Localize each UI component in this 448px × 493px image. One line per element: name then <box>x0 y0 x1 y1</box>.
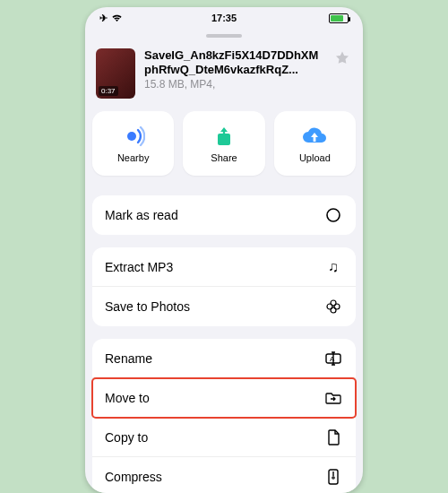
folder-arrow-icon <box>323 391 343 404</box>
action-group-2: Extract MP3 ♫ Save to Photos <box>92 247 356 326</box>
action-group-3: Rename A Move to Copy to Compress <box>92 339 356 493</box>
action-tiles: Nearby Share Upload <box>92 111 356 188</box>
rename-icon: A <box>323 351 343 366</box>
photos-icon <box>323 298 343 315</box>
rename-row[interactable]: Rename A <box>92 339 356 378</box>
save-to-photos-row[interactable]: Save to Photos <box>92 287 356 326</box>
nearby-label: Nearby <box>117 152 149 163</box>
file-name: SaveIG_An8kzFi5X14D7DDhXMphRfwQ_DteM6vka… <box>144 48 323 76</box>
battery-icon <box>329 13 349 23</box>
mark-as-read-label: Mark as read <box>105 208 178 222</box>
svg-point-0 <box>127 132 136 141</box>
svg-point-10 <box>332 476 334 478</box>
circle-outline-icon <box>323 207 343 223</box>
share-tile[interactable]: Share <box>183 111 264 176</box>
extract-mp3-label: Extract MP3 <box>105 260 173 274</box>
copy-to-row[interactable]: Copy to <box>92 418 356 457</box>
mark-as-read-row[interactable]: Mark as read <box>92 195 356 235</box>
wifi-icon <box>111 13 123 22</box>
upload-tile[interactable]: Upload <box>274 111 356 176</box>
extract-mp3-row[interactable]: Extract MP3 ♫ <box>92 247 356 287</box>
status-time: 17:35 <box>85 13 363 23</box>
sheet-handle[interactable] <box>206 34 242 38</box>
move-to-label: Move to <box>105 391 150 405</box>
nearby-tile[interactable]: Nearby <box>92 111 174 176</box>
rename-label: Rename <box>105 351 152 366</box>
phone-frame: ✈︎ 17:35 0:37 SaveIG_An8kzFi5X14D7DDhXMp… <box>85 7 363 493</box>
compress-label: Compress <box>105 470 162 484</box>
document-icon <box>323 429 343 445</box>
file-meta: 15.8 MB, MP4, <box>144 78 323 91</box>
nearby-icon <box>122 124 145 149</box>
svg-point-6 <box>334 304 340 309</box>
move-to-row[interactable]: Move to <box>92 378 356 418</box>
upload-label: Upload <box>299 152 331 163</box>
airplane-icon: ✈︎ <box>99 13 108 24</box>
share-icon <box>214 124 234 149</box>
zip-icon <box>323 469 343 485</box>
status-bar: ✈︎ 17:35 <box>85 7 363 29</box>
svg-point-5 <box>327 304 332 309</box>
action-group-1: Mark as read <box>92 195 356 235</box>
favorite-button[interactable] <box>332 48 352 68</box>
share-label: Share <box>211 152 237 163</box>
compress-row[interactable]: Compress <box>92 457 356 493</box>
video-duration: 0:37 <box>99 86 118 96</box>
svg-point-2 <box>327 209 340 221</box>
music-note-icon: ♫ <box>323 259 343 275</box>
cloud-upload-icon <box>301 124 328 149</box>
svg-text:A: A <box>330 355 335 363</box>
copy-to-label: Copy to <box>105 430 148 445</box>
video-thumbnail[interactable]: 0:37 <box>96 48 135 99</box>
save-to-photos-label: Save to Photos <box>105 299 190 314</box>
file-header: 0:37 SaveIG_An8kzFi5X14D7DDhXMphRfwQ_Dte… <box>92 45 356 111</box>
